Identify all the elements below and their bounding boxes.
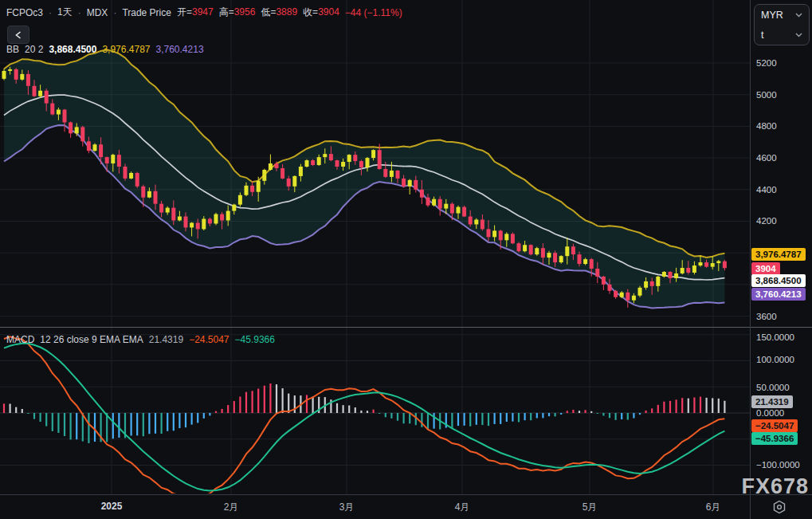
bb-upper-value: 3,976.4787 — [102, 44, 150, 55]
macd-params: 12 26 close 9 EMA EMA — [40, 334, 143, 345]
currency-value: MYR — [761, 10, 783, 21]
interval-label: 1天 — [57, 6, 73, 19]
separator: · — [49, 7, 52, 18]
time-axis-label: 4月 — [455, 501, 470, 514]
macd-indicator-legend: MACD 12 26 close 9 EMA EMA 21.4319 −24.5… — [6, 334, 275, 345]
ohlc-close: 收=3904 — [303, 6, 339, 19]
pane-divider[interactable] — [0, 327, 812, 328]
ohlc-low: 低=3889 — [261, 6, 297, 19]
price-axis[interactable]: 5200500048004600440042003600150.0000100.… — [750, 0, 812, 494]
macd-line-tag: −24.5047 — [751, 419, 798, 432]
axis-label: 5000 — [756, 89, 777, 100]
last-price-tag: 3904 — [751, 262, 780, 275]
currency-select[interactable]: MYR — [755, 5, 809, 25]
bb-upper-tag: 3,976.4787 — [751, 248, 806, 261]
macd-line-value: −24.5047 — [189, 334, 229, 345]
symbol-legend: FCPOc3 · 1天 · MDX · Trade Price 开=3947 高… — [6, 6, 402, 19]
exchange-label: MDX — [87, 7, 108, 18]
chevron-left-icon — [15, 31, 22, 39]
time-axis-label: 3月 — [339, 501, 355, 514]
macd-signal-tag: −45.9366 — [751, 432, 798, 445]
axis-label: 4800 — [756, 120, 777, 132]
macd-pane — [0, 336, 750, 494]
unit-selector-panel: MYR t — [754, 4, 810, 45]
chevron-down-icon — [795, 13, 802, 18]
separator: · — [113, 7, 116, 18]
bb-params: 20 2 — [25, 44, 43, 55]
axis-label: 4600 — [756, 152, 777, 163]
unit-value: t — [761, 29, 763, 41]
axis-label: 150.0000 — [756, 332, 794, 343]
time-axis-label: 2025 — [101, 501, 123, 512]
symbol-name: FCPOc3 — [6, 7, 43, 18]
macd-hist-value: 21.4319 — [149, 334, 183, 345]
axis-label: −100.0000 — [756, 459, 800, 470]
bb-lower-value: 3,760.4213 — [156, 44, 204, 55]
axis-label: 50.0000 — [756, 382, 790, 393]
time-axis-label: 2月 — [224, 501, 239, 514]
watermark: FX678 — [741, 474, 809, 499]
price-type-label: Trade Price — [122, 7, 171, 18]
ohlc-high: 高=3956 — [219, 6, 256, 19]
chart-settings-icon[interactable] — [771, 498, 788, 516]
back-button[interactable] — [7, 26, 29, 44]
axis-label: 4400 — [756, 184, 777, 195]
axis-label: 100.0000 — [756, 354, 794, 365]
axis-label: 0.0000 — [756, 407, 784, 419]
macd-signal-value: −45.9366 — [235, 334, 275, 345]
axis-label: 4200 — [756, 215, 777, 226]
separator: · — [78, 7, 81, 18]
bb-indicator-legend: BB 20 2 3,868.4500 3,976.4787 3,760.4213 — [6, 44, 204, 55]
bb-title: BB — [6, 44, 19, 55]
macd-hist-tag: 21.4319 — [751, 395, 793, 408]
unit-select[interactable]: t — [755, 25, 809, 45]
chevron-down-icon — [795, 33, 802, 37]
time-axis-label: 6月 — [706, 501, 721, 514]
chart-window: FCPOc3 · 1天 · MDX · Trade Price 开=3947 高… — [0, 0, 812, 519]
bb-lower-tag: 3,760.4213 — [751, 288, 806, 301]
axis-label: 5200 — [756, 57, 777, 69]
time-axis-label: 5月 — [583, 501, 598, 514]
bb-basis-tag: 3,868.4500 — [751, 274, 806, 287]
price-macd-canvas[interactable] — [0, 0, 750, 494]
ohlc-open: 开=3947 — [177, 6, 214, 19]
bb-basis-value: 3,868.4500 — [49, 44, 96, 55]
macd-title: MACD — [6, 334, 34, 345]
axis-label: 3600 — [756, 311, 777, 322]
change-value: −44 (−1.11%) — [345, 7, 402, 18]
time-axis[interactable]: 20252月3月4月5月6月 — [0, 494, 812, 519]
